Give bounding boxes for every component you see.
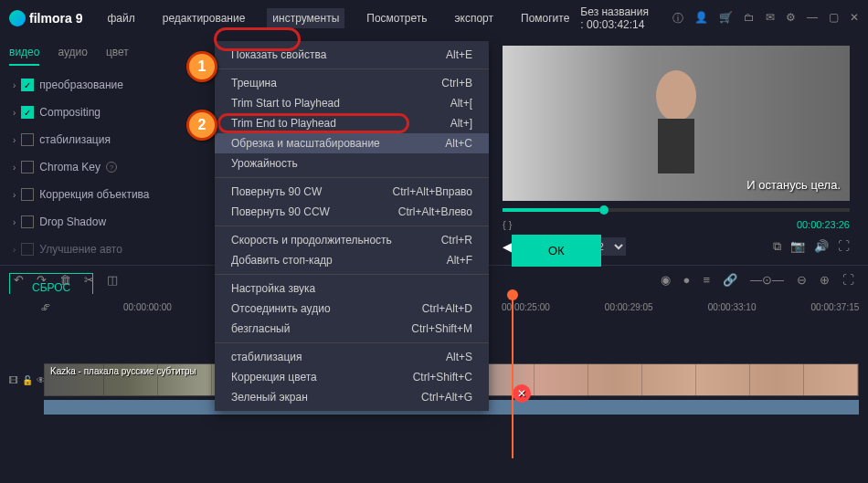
checkbox-lens[interactable] — [21, 188, 34, 201]
info-icon[interactable]: ⓘ — [672, 11, 683, 26]
app-topbar: filmora9 файл редактирование инструменты… — [0, 0, 868, 37]
dd-rotate-ccw[interactable]: Повернуть 90 CCWCtrl+Alt+Влево — [215, 202, 489, 222]
minimize-icon[interactable]: — — [807, 11, 818, 26]
scrub-handle[interactable] — [599, 205, 609, 215]
dd-speed[interactable]: Скорость и продолжительностьCtrl+R — [215, 230, 489, 250]
ruler-tick: 00:00:37:15 — [810, 302, 859, 312]
mail-icon[interactable]: ✉ — [766, 11, 775, 26]
volume-icon[interactable]: 🔊 — [814, 239, 829, 254]
project-duration: 00:03:42:14 — [587, 18, 644, 31]
prop-label: Коррекция объектива — [39, 188, 149, 201]
dd-crop[interactable]: Урожайность — [215, 153, 489, 173]
braces-indicator: { } — [503, 219, 512, 230]
menu-view[interactable]: Посмотреть — [361, 8, 432, 28]
menu-file[interactable]: файл — [101, 8, 140, 28]
logo-icon — [9, 10, 26, 26]
zoom-in-icon[interactable]: ⊕ — [820, 273, 830, 287]
prop-label: Улучшение авто — [39, 243, 122, 256]
tab-video[interactable]: видео — [9, 46, 39, 66]
dd-greenscreen[interactable]: Зеленый экранCtrl+Alt+G — [215, 387, 489, 407]
project-title: Без названия — [580, 5, 649, 18]
prop-lens[interactable]: ›Коррекция объектива — [9, 184, 201, 205]
dd-split[interactable]: ТрещинаCtrl+B — [215, 73, 489, 93]
delete-button[interactable]: 🗑 — [59, 273, 71, 287]
folder-icon[interactable]: 🗀 — [744, 11, 755, 26]
user-icon[interactable]: 👤 — [694, 11, 708, 26]
redo-button[interactable]: ↷ — [37, 273, 47, 287]
undo-button[interactable]: ↶ — [14, 273, 24, 287]
menu-edit[interactable]: редактирование — [157, 8, 251, 28]
fit-icon[interactable]: ⛶ — [842, 273, 854, 287]
preview-panel: И останусь цела. { } 00:00:23:26 ◀ ▶ ▶ ■… — [484, 37, 868, 265]
close-icon[interactable]: ✕ — [850, 11, 859, 26]
dd-detach-audio[interactable]: Отсоединить аудиоCtrl+Alt+D — [215, 299, 489, 319]
prop-chroma[interactable]: ›Chroma Key ? — [9, 157, 201, 177]
person-silhouette — [635, 68, 717, 178]
link-icon[interactable]: 🔗 — [723, 273, 737, 287]
dd-rotate-cw[interactable]: Повернуть 90 CWCtrl+Alt+Вправо — [215, 182, 489, 202]
annotation-callout-2: 2 — [186, 110, 217, 141]
checkbox-stabilize[interactable] — [21, 133, 34, 146]
video-preview[interactable]: И останусь цела. — [503, 46, 850, 201]
prop-stabilize[interactable]: ›стабилизация — [9, 130, 201, 150]
gear-icon[interactable]: ⚙ — [786, 11, 796, 26]
timeline-scrubber[interactable] — [503, 208, 850, 212]
help-icon[interactable]: ? — [106, 162, 117, 173]
prop-label: стабилизация — [39, 133, 111, 146]
checkbox-transform[interactable]: ✓ — [21, 79, 34, 91]
playhead[interactable] — [512, 294, 513, 458]
lock-icon[interactable]: 🔓 — [22, 375, 33, 385]
menu-tools[interactable]: инструменты — [267, 8, 344, 28]
zoom-slider-icon[interactable]: —⊙— — [750, 273, 784, 287]
fullscreen-icon[interactable]: ⛶ — [838, 239, 850, 254]
record-icon[interactable]: ● — [683, 273, 691, 287]
crop-button[interactable]: ◫ — [107, 273, 118, 287]
prop-compositing[interactable]: ›✓Compositing — [9, 102, 201, 122]
checkbox-shadow[interactable] — [21, 215, 34, 228]
prop-auto[interactable]: ›Улучшение авто — [9, 239, 201, 259]
prop-label: Drop Shadow — [39, 215, 106, 228]
ruler-tick: 00:00:33:10 — [708, 302, 757, 312]
tab-audio[interactable]: аудио — [58, 46, 88, 66]
ruler-tick: 00:00:25:00 — [502, 302, 550, 312]
dd-trim-start[interactable]: Trim Start to PlayheadAlt+[ — [215, 93, 489, 113]
cut-indicator-icon[interactable]: ✕ — [513, 384, 531, 403]
annotation-ring-1 — [214, 27, 301, 51]
chevron-right-icon: › — [13, 163, 16, 173]
screenshot-icon[interactable]: ⧉ — [773, 239, 781, 254]
dd-color[interactable]: Коррекция цветаCtrl+Shift+C — [215, 367, 489, 387]
cart-icon[interactable]: 🛒 — [719, 11, 733, 26]
ok-button[interactable]: ОК — [512, 235, 601, 267]
menu-help[interactable]: Помогите — [515, 8, 575, 28]
ruler-tick: 00:00:00:00 — [123, 302, 172, 312]
app-logo: filmora9 — [9, 10, 82, 26]
annotation-callout-1: 1 — [186, 51, 217, 82]
dd-freeze[interactable]: Добавить стоп-кадрAlt+F — [215, 250, 489, 270]
checkbox-chroma[interactable] — [21, 161, 34, 173]
dd-stabilize[interactable]: стабилизацияAlt+S — [215, 347, 489, 367]
annotation-ring-2 — [217, 113, 409, 133]
chevron-right-icon: › — [13, 217, 16, 227]
checkbox-compositing[interactable]: ✓ — [21, 106, 34, 119]
menu-export[interactable]: экспорт — [449, 8, 499, 28]
zoom-out-icon[interactable]: ⊖ — [797, 273, 807, 287]
attach-icon[interactable]: 🖇 — [41, 302, 50, 312]
marker-icon[interactable]: ◉ — [661, 273, 671, 287]
main-menu: файл редактирование инструменты Посмотре… — [101, 8, 575, 28]
clip-title: Kazka - плакала русские субтитры — [50, 366, 196, 376]
checkbox-auto[interactable] — [21, 243, 34, 256]
camera-icon[interactable]: 📷 — [790, 239, 805, 254]
chevron-right-icon: › — [13, 135, 16, 145]
video-caption: И останусь цела. — [746, 178, 841, 192]
app-name: filmora — [29, 11, 72, 26]
prop-shadow[interactable]: ›Drop Shadow — [9, 212, 201, 232]
dd-crop-zoom[interactable]: Обрезка и масштабированиеAlt+C — [215, 133, 489, 153]
dd-audio-adjust[interactable]: Настройка звука — [215, 278, 489, 299]
mixer-icon[interactable]: ≡ — [703, 273, 710, 287]
prop-transform[interactable]: ›✓преобразование — [9, 75, 201, 95]
prop-label: преобразование — [39, 79, 123, 91]
cut-button[interactable]: ✂ — [84, 273, 94, 287]
dd-mute[interactable]: безгласныйCtrl+Shift+M — [215, 319, 489, 339]
tab-color[interactable]: цвет — [106, 46, 129, 66]
maximize-icon[interactable]: ▢ — [829, 11, 839, 26]
